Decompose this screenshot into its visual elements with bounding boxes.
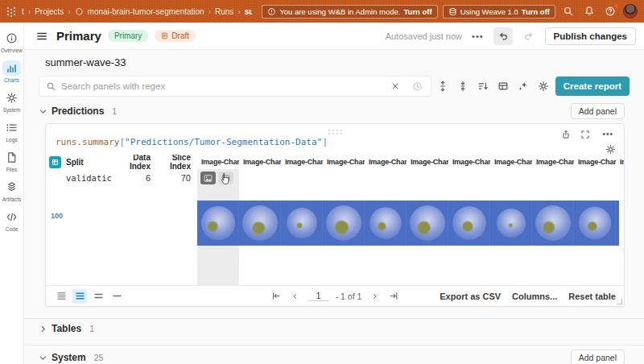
- panel-resize-handle[interactable]: [617, 299, 622, 304]
- sidebar-item-charts[interactable]: Charts: [0, 60, 23, 83]
- cell-slice-index[interactable]: 70: [157, 173, 197, 183]
- sidebar-item-system[interactable]: System: [0, 90, 23, 113]
- last-page-icon[interactable]: [387, 290, 400, 303]
- add-panel-button[interactable]: Add panel: [571, 103, 625, 119]
- sidebar-item-overview[interactable]: Overview: [0, 31, 23, 53]
- image-view-button[interactable]: [200, 172, 216, 184]
- wandb-logo-icon[interactable]: [6, 6, 17, 17]
- next-page-icon[interactable]: [368, 290, 381, 303]
- clear-search-icon[interactable]: [387, 78, 404, 95]
- admin-turn-off-button[interactable]: Turn off: [403, 7, 431, 16]
- image-cell[interactable]: [365, 201, 407, 246]
- reset-table-link[interactable]: Reset table: [568, 292, 616, 301]
- column-header-slice-index[interactable]: Slice Index: [157, 155, 197, 171]
- info-circle-icon: [2, 31, 21, 46]
- weave-turn-off-button[interactable]: Turn off: [522, 7, 550, 16]
- row-height-medium-icon[interactable]: [72, 289, 87, 304]
- image-cell[interactable]: [490, 201, 532, 246]
- breadcrumb-item-project[interactable]: monai-brain-tumor-segmentation: [88, 7, 204, 16]
- weave-icon: [448, 7, 457, 16]
- menu-hamburger-icon[interactable]: [34, 28, 50, 44]
- bar-chart-icon: [2, 60, 21, 76]
- row-height-compact-icon[interactable]: [54, 289, 68, 304]
- image-overlay-button[interactable]: [218, 172, 233, 184]
- column-header-split[interactable]: Split: [64, 158, 115, 167]
- table-row[interactable]: validatic 6 70: [46, 169, 624, 187]
- column-header-data-index[interactable]: Data Index: [115, 155, 157, 171]
- expand-all-icon[interactable]: [435, 78, 452, 95]
- create-report-button[interactable]: Create report: [555, 77, 630, 96]
- image-cell[interactable]: [407, 201, 448, 246]
- user-avatar[interactable]: [623, 4, 638, 19]
- undo-button[interactable]: [493, 27, 513, 45]
- table-header-row: Split Data Index Slice Index Image-Chann…: [46, 155, 624, 169]
- panel-layout-icon[interactable]: [495, 78, 512, 95]
- prev-page-icon[interactable]: [289, 290, 302, 303]
- column-header-image-channel[interactable]: Image-Channe: [281, 158, 323, 166]
- cell-data-index[interactable]: 6: [115, 173, 157, 183]
- column-header-image-channel[interactable]: Image-Channe: [239, 158, 281, 166]
- search-input[interactable]: [61, 81, 382, 91]
- notifications-bell-icon[interactable]: [581, 3, 597, 19]
- column-header-image-channel[interactable]: Image-Channe: [323, 158, 365, 166]
- magic-sparkle-icon[interactable]: [515, 78, 532, 95]
- table-selection-icon[interactable]: [49, 156, 61, 168]
- column-header-image-channel[interactable]: Image-Channe: [365, 158, 407, 166]
- collapse-all-icon[interactable]: [455, 78, 472, 95]
- column-header-image-channel[interactable]: Image-Channe: [448, 158, 490, 166]
- breadcrumb-item-entity[interactable]: t: [22, 7, 24, 16]
- image-cell[interactable]: [197, 201, 239, 246]
- list-icon: [2, 120, 21, 135]
- sidebar-item-artifacts[interactable]: Artifacts: [0, 180, 23, 202]
- fullscreen-icon[interactable]: [580, 129, 591, 140]
- breadcrumb-item-projects[interactable]: Projects: [35, 7, 64, 16]
- chevron-right-icon[interactable]: [39, 325, 47, 333]
- image-band: [197, 201, 619, 246]
- column-header-image-channel[interactable]: Image-Channe: [490, 158, 532, 166]
- breadcrumb-item-runs[interactable]: Runs: [215, 7, 233, 16]
- help-icon[interactable]: [602, 3, 618, 19]
- cell-split[interactable]: validatic: [64, 173, 115, 183]
- image-cell[interactable]: [323, 201, 365, 246]
- breadcrumb-item-run[interactable]: summer-wave-33: [245, 7, 253, 16]
- row-height-tall-icon[interactable]: [91, 289, 105, 304]
- columns-link[interactable]: Columns...: [512, 292, 557, 301]
- history-icon[interactable]: [409, 78, 426, 95]
- row-height-full-icon[interactable]: [109, 289, 124, 304]
- brain-mri-thumbnail: [369, 207, 402, 239]
- column-header-image-channel[interactable]: Image-Channe: [574, 158, 616, 166]
- redo-button[interactable]: [519, 27, 539, 45]
- panel-settings-gear-icon[interactable]: [605, 144, 616, 155]
- sort-icon[interactable]: [475, 78, 492, 95]
- image-cell[interactable]: [239, 201, 281, 246]
- section-tables-header: Tables 1: [24, 318, 644, 338]
- panel-overflow-menu[interactable]: •••: [599, 128, 617, 140]
- sidebar-item-logs[interactable]: Logs: [0, 120, 23, 143]
- search-icon[interactable]: [560, 3, 576, 19]
- workspace-settings-gear-icon[interactable]: [535, 78, 552, 95]
- overflow-menu-button[interactable]: •••: [469, 30, 487, 43]
- export-panel-icon[interactable]: [560, 129, 572, 140]
- layers-icon: [2, 180, 21, 195]
- image-cell[interactable]: [448, 201, 490, 246]
- sidebar-item-code[interactable]: Code: [0, 209, 23, 232]
- column-header-image-channel[interactable]: Image-Channe: [197, 158, 239, 166]
- column-header-image-channel[interactable]: Image-Channe: [407, 158, 448, 166]
- section-system-header: System 25 Add panel: [24, 345, 644, 364]
- chevron-down-icon[interactable]: [39, 107, 47, 116]
- panel-actions: •••: [560, 128, 617, 140]
- column-header-image-channel[interactable]: Image-Channe: [532, 158, 574, 166]
- column-header-image-channel[interactable]: Image-Channe: [616, 158, 624, 166]
- image-cell[interactable]: [281, 201, 323, 246]
- image-cell[interactable]: [574, 201, 616, 246]
- publish-changes-button[interactable]: Publish changes: [545, 27, 636, 45]
- page-number-input[interactable]: [308, 291, 329, 301]
- add-panel-button[interactable]: Add panel: [571, 350, 625, 364]
- export-csv-link[interactable]: Export as CSV: [440, 292, 501, 301]
- image-cell[interactable]: [532, 201, 574, 246]
- chevron-down-icon[interactable]: [39, 354, 47, 362]
- sidebar-item-files[interactable]: Files: [0, 150, 23, 172]
- drag-handle[interactable]: [328, 129, 343, 134]
- page-info: - 1 of 1: [336, 292, 362, 301]
- first-page-icon[interactable]: [270, 290, 283, 303]
